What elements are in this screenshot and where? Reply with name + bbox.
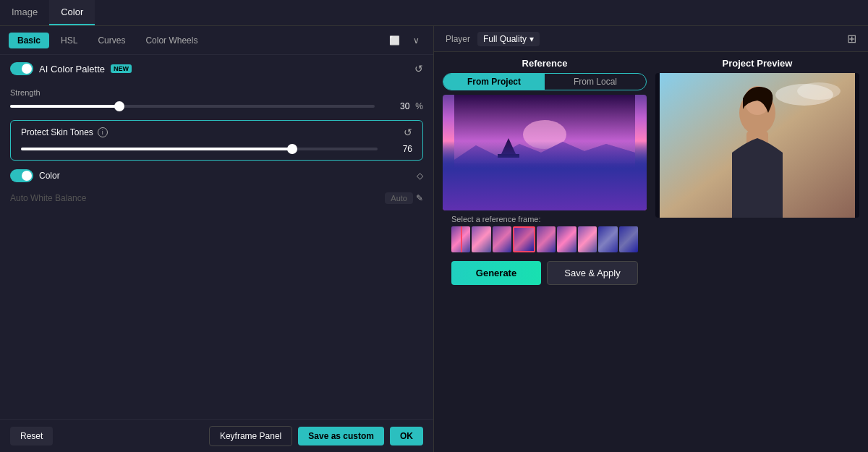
subtab-basic[interactable]: Basic bbox=[9, 33, 49, 48]
svg-point-1 bbox=[523, 120, 566, 149]
skin-tones-label: Protect Skin Tones bbox=[21, 127, 93, 137]
color-label: Color bbox=[39, 171, 60, 181]
ok-button[interactable]: OK bbox=[390, 427, 423, 445]
quality-select[interactable]: Full Quality ▾ bbox=[477, 32, 540, 46]
project-preview-col: Project Preview bbox=[655, 58, 859, 446]
player-bar: Player Full Quality ▾ ⊞ bbox=[434, 26, 868, 52]
expand-icon[interactable]: ∨ bbox=[407, 32, 425, 49]
project-preview-image bbox=[655, 73, 859, 218]
subtab-curves[interactable]: Curves bbox=[89, 33, 134, 48]
bottom-actions: Reset Keyframe Panel Save as custom OK bbox=[0, 419, 433, 452]
project-preview-title: Project Preview bbox=[655, 58, 859, 69]
reference-source-btns: From Project From Local bbox=[443, 73, 647, 90]
strength-fill bbox=[10, 105, 119, 108]
ai-palette-row: AI Color Palette NEW ↺ bbox=[0, 55, 433, 82]
strength-slider[interactable] bbox=[10, 105, 375, 108]
filmstrip-area: Select a reference frame: bbox=[443, 215, 647, 257]
ai-palette-label: AI Color Palette bbox=[39, 64, 105, 74]
save-apply-button[interactable]: Save & Apply bbox=[547, 261, 638, 285]
film-frame-9[interactable] bbox=[619, 226, 638, 252]
film-frame-8[interactable] bbox=[598, 226, 617, 252]
film-frame-1[interactable] bbox=[451, 226, 470, 252]
left-panel: Basic HSL Curves Color Wheels ⬜ ∨ AI Col… bbox=[0, 26, 434, 452]
subtab-hsl[interactable]: HSL bbox=[52, 33, 86, 48]
filmstrip-label: Select a reference frame: bbox=[451, 215, 638, 223]
tab-color[interactable]: Color bbox=[49, 0, 95, 25]
film-frame-7[interactable] bbox=[578, 226, 597, 252]
film-frame-2[interactable] bbox=[472, 226, 490, 252]
film-frame-3[interactable] bbox=[493, 226, 511, 252]
main-content: Basic HSL Curves Color Wheels ⬜ ∨ AI Col… bbox=[0, 26, 868, 452]
split-view-icon[interactable]: ⬜ bbox=[386, 32, 403, 49]
filmstrip bbox=[451, 226, 638, 252]
strength-value: 30 bbox=[380, 101, 409, 111]
svg-rect-0 bbox=[454, 95, 635, 210]
color-toggle-row: Color ◇ bbox=[10, 169, 423, 182]
preview-area: Reference From Project From Local bbox=[434, 52, 868, 452]
action-buttons: Generate Save & Apply bbox=[443, 257, 647, 291]
film-frame-6[interactable] bbox=[557, 226, 576, 252]
keyframe-panel-button[interactable]: Keyframe Panel bbox=[209, 426, 292, 446]
wb-label: Auto White Balance bbox=[10, 193, 86, 203]
tab-bar: Image Color bbox=[0, 0, 868, 26]
reference-col: Reference From Project From Local bbox=[443, 58, 647, 446]
strength-label: Strength bbox=[10, 88, 423, 97]
wb-row: Auto White Balance Auto ✎ bbox=[0, 188, 433, 208]
skin-reset-icon[interactable]: ↺ bbox=[404, 127, 412, 138]
from-local-btn[interactable]: From Local bbox=[545, 74, 646, 90]
svg-marker-2 bbox=[454, 142, 635, 210]
reference-image bbox=[443, 95, 647, 210]
svg-rect-4 bbox=[498, 154, 519, 158]
ai-reset-icon[interactable]: ↺ bbox=[414, 63, 423, 74]
color-toggle[interactable] bbox=[10, 169, 33, 182]
skin-slider-row: 76 bbox=[21, 144, 412, 154]
from-project-btn[interactable]: From Project bbox=[443, 74, 545, 90]
svg-point-10 bbox=[797, 82, 841, 100]
skin-fill bbox=[21, 148, 292, 150]
sub-tab-bar: Basic HSL Curves Color Wheels ⬜ ∨ bbox=[0, 26, 433, 55]
svg-marker-5 bbox=[501, 138, 516, 154]
generate-button[interactable]: Generate bbox=[451, 261, 541, 285]
strength-section: Strength 30 % bbox=[0, 82, 433, 117]
ai-palette-toggle[interactable] bbox=[10, 62, 33, 75]
reference-image-content bbox=[443, 95, 647, 210]
reference-image-svg bbox=[443, 95, 647, 210]
strength-unit: % bbox=[415, 101, 423, 111]
tab-image-label: Image bbox=[12, 7, 38, 17]
right-panel: Player Full Quality ▾ ⊞ Reference From P… bbox=[434, 26, 868, 452]
skin-header: Protect Skin Tones i ↺ bbox=[21, 127, 412, 138]
reset-button[interactable]: Reset bbox=[10, 427, 53, 445]
strength-slider-row: 30 % bbox=[10, 101, 423, 111]
player-label: Player bbox=[446, 34, 470, 44]
skin-tones-box: Protect Skin Tones i ↺ 76 bbox=[10, 120, 423, 161]
reference-title: Reference bbox=[443, 58, 647, 69]
subtab-color-wheels[interactable]: Color Wheels bbox=[137, 33, 206, 48]
film-frame-5[interactable] bbox=[537, 226, 556, 252]
skin-slider[interactable] bbox=[21, 148, 378, 150]
tab-color-label: Color bbox=[61, 7, 83, 17]
reference-arrow-svg bbox=[618, 142, 647, 163]
skin-thumb[interactable] bbox=[287, 144, 297, 154]
tab-image[interactable]: Image bbox=[0, 0, 49, 25]
strength-thumb[interactable] bbox=[114, 101, 124, 111]
quality-chevron-icon: ▾ bbox=[529, 34, 534, 44]
wb-edit-icon[interactable]: ✎ bbox=[416, 193, 423, 203]
save-as-custom-button[interactable]: Save as custom bbox=[298, 427, 384, 445]
svg-marker-3 bbox=[454, 142, 635, 163]
color-section: Color ◇ bbox=[0, 163, 433, 188]
ai-palette-badge: NEW bbox=[111, 64, 132, 73]
skin-info-icon[interactable]: i bbox=[98, 127, 108, 137]
color-diamond-icon: ◇ bbox=[417, 171, 423, 181]
sub-tab-tools: ⬜ ∨ bbox=[386, 32, 425, 49]
skin-value: 76 bbox=[383, 144, 412, 154]
wb-auto-value: Auto bbox=[385, 192, 413, 204]
project-preview-svg bbox=[655, 73, 859, 218]
grid-icon[interactable]: ⊞ bbox=[847, 32, 856, 46]
film-frame-4[interactable] bbox=[513, 226, 535, 252]
